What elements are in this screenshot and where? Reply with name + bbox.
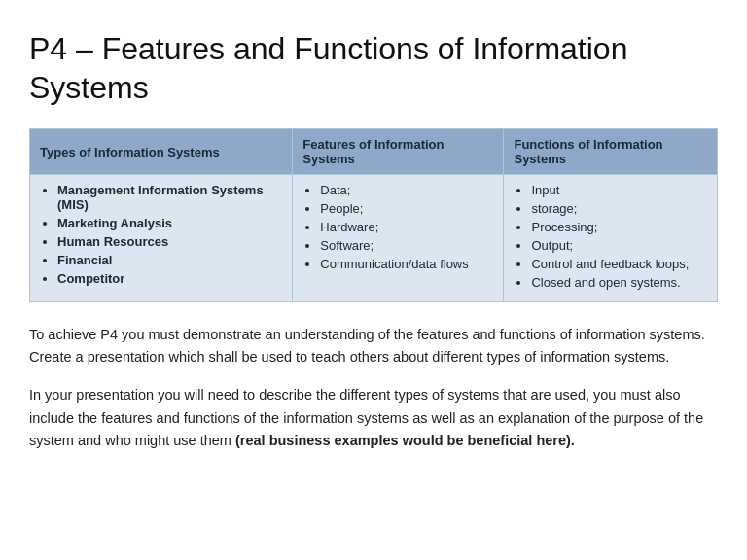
paragraph-2: In your presentation you will need to de… bbox=[29, 384, 718, 452]
list-item: Financial bbox=[57, 253, 282, 267]
list-item: People; bbox=[320, 201, 493, 216]
list-item: Management Information Systems (MIS) bbox=[57, 183, 282, 212]
list-item: Processing; bbox=[531, 220, 707, 234]
list-item: Communication/data flows bbox=[320, 257, 493, 271]
list-item: Data; bbox=[320, 183, 493, 197]
list-item: Software; bbox=[320, 238, 493, 253]
list-item: Closed and open systems. bbox=[531, 275, 707, 290]
col-header-functions: Functions of Information Systems bbox=[504, 129, 718, 175]
list-item: Input bbox=[531, 183, 707, 197]
page-title: P4 – Features and Functions of Informati… bbox=[29, 29, 718, 107]
list-item: Output; bbox=[531, 238, 707, 253]
list-item: storage; bbox=[531, 201, 707, 216]
paragraph-1: To achieve P4 you must demonstrate an un… bbox=[29, 324, 718, 368]
col-features-cell: Data;People;Hardware;Software;Communicat… bbox=[293, 175, 504, 302]
info-systems-table: Types of Information Systems Features of… bbox=[29, 128, 718, 302]
col-functions-cell: Inputstorage;Processing;Output;Control a… bbox=[504, 175, 718, 302]
col-header-types: Types of Information Systems bbox=[30, 129, 293, 175]
list-item: Competitor bbox=[57, 271, 282, 286]
list-item: Marketing Analysis bbox=[57, 216, 282, 230]
list-item: Control and feedback loops; bbox=[531, 257, 707, 271]
col-types-cell: Management Information Systems (MIS)Mark… bbox=[30, 175, 293, 302]
list-item: Human Resources bbox=[57, 234, 282, 249]
list-item: Hardware; bbox=[320, 220, 493, 234]
paragraph-2-bold: (real business examples would be benefic… bbox=[235, 433, 575, 448]
col-header-features: Features of Information Systems bbox=[293, 129, 504, 175]
